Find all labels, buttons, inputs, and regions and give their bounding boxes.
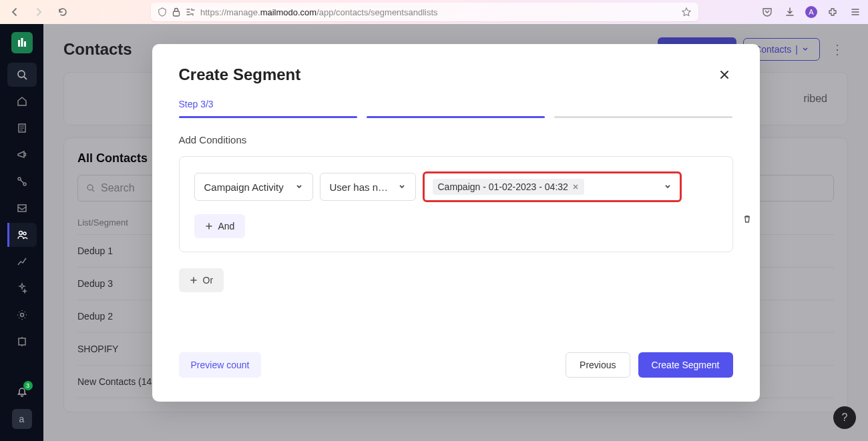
sidebar-notifications[interactable]: 3 <box>7 380 37 404</box>
chevron-down-icon <box>398 183 406 191</box>
account-avatar[interactable]: A <box>805 6 817 18</box>
svg-point-7 <box>23 183 26 185</box>
sidebar-integrations[interactable] <box>7 330 37 354</box>
condition-action-select[interactable]: User has not o… <box>320 173 416 201</box>
sidebar-ai[interactable] <box>7 276 37 300</box>
sidebar-search[interactable] <box>7 63 37 87</box>
lock-icon <box>172 7 180 17</box>
forward-button[interactable] <box>29 3 48 21</box>
reload-button[interactable] <box>53 3 72 21</box>
notification-badge: 3 <box>23 381 33 390</box>
pocket-icon[interactable] <box>760 5 775 19</box>
delete-group-icon[interactable] <box>742 213 752 224</box>
sidebar-home[interactable] <box>7 89 37 113</box>
app-logo[interactable] <box>11 32 33 53</box>
sidebar-forms[interactable] <box>7 196 37 220</box>
chevron-down-icon <box>664 183 672 191</box>
svg-point-6 <box>18 177 21 180</box>
sidebar-user-avatar[interactable]: a <box>12 409 32 429</box>
sidebar-journeys[interactable] <box>7 169 37 193</box>
progress-bar <box>179 116 733 118</box>
download-icon[interactable] <box>783 5 797 19</box>
add-or-group-button[interactable]: Or <box>179 268 224 292</box>
svg-rect-12 <box>19 338 25 345</box>
condition-campaign-select[interactable]: Campaign - 01-02-2023 - 04:32 <box>423 171 682 202</box>
condition-type-select[interactable]: Campaign Activity <box>194 173 313 201</box>
chevron-down-icon <box>295 183 303 191</box>
create-segment-modal: Create Segment Step 3/3 Add Conditions <box>152 44 760 402</box>
sidebar-settings[interactable] <box>7 303 37 327</box>
section-title: Add Conditions <box>179 134 733 145</box>
sidebar-analytics[interactable] <box>7 250 37 274</box>
url-text: https://manage.mailmodo.com/app/contacts… <box>200 7 676 17</box>
plus-icon <box>205 222 213 230</box>
page-content: Contacts Contacts| ⋮ ribed All Contacts … <box>43 24 868 441</box>
app-sidebar: 3 a <box>0 24 43 441</box>
svg-rect-1 <box>18 40 20 47</box>
svg-point-9 <box>19 232 23 235</box>
svg-rect-2 <box>21 38 23 47</box>
menu-icon[interactable] <box>848 5 863 19</box>
browser-toolbar: https://manage.mailmodo.com/app/contacts… <box>0 0 868 24</box>
previous-button[interactable]: Previous <box>566 352 630 378</box>
plus-icon <box>190 276 198 284</box>
bookmark-star-icon[interactable] <box>681 7 692 17</box>
sidebar-contacts[interactable] <box>7 223 37 247</box>
sidebar-campaigns[interactable] <box>7 143 37 167</box>
permissions-icon <box>186 8 195 16</box>
back-button[interactable] <box>5 3 24 21</box>
svg-rect-3 <box>24 41 26 47</box>
shield-icon <box>158 7 167 17</box>
create-segment-button[interactable]: Create Segment <box>638 352 733 378</box>
add-and-condition-button[interactable]: And <box>194 214 246 238</box>
svg-point-10 <box>23 232 26 235</box>
svg-point-4 <box>18 71 25 77</box>
extensions-icon[interactable] <box>825 5 840 19</box>
preview-count-button[interactable]: Preview count <box>179 352 262 378</box>
modal-overlay: Create Segment Step 3/3 Add Conditions <box>43 24 868 441</box>
modal-title: Create Segment <box>179 65 301 84</box>
sidebar-templates[interactable] <box>7 116 37 140</box>
svg-point-11 <box>20 314 23 317</box>
campaign-tag: Campaign - 01-02-2023 - 04:32 <box>433 179 584 195</box>
close-icon[interactable] <box>716 66 733 83</box>
svg-rect-0 <box>174 11 180 16</box>
condition-group: Campaign Activity User has not o… Campai… <box>179 156 733 252</box>
tag-remove-icon[interactable] <box>572 183 579 190</box>
url-bar[interactable]: https://manage.mailmodo.com/app/contacts… <box>151 3 698 21</box>
step-label: Step 3/3 <box>179 99 733 109</box>
